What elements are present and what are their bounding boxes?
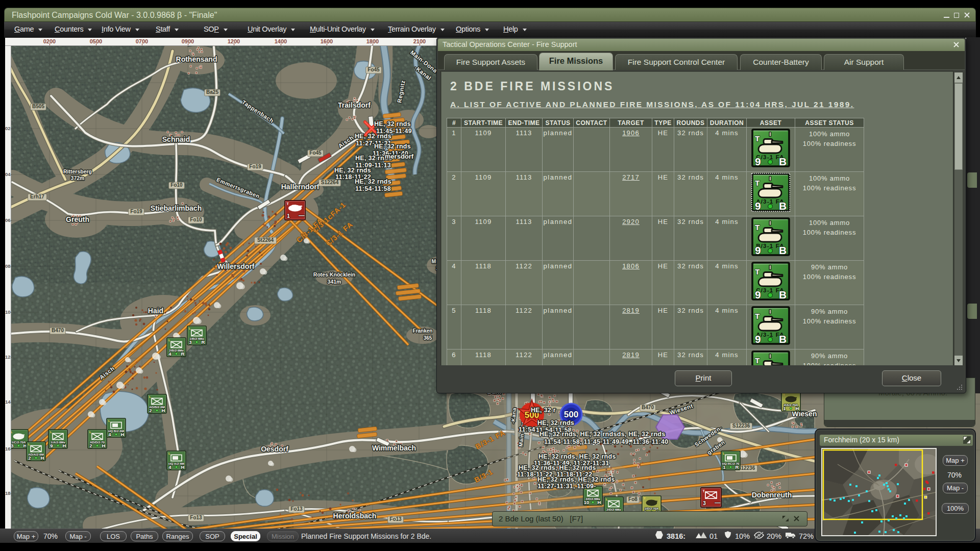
svg-text:365: 365 <box>424 335 432 341</box>
svg-text:HE, 32 rnds, HE, 32 rnds: HE, 32 rnds, HE, 32 rnds <box>519 464 596 471</box>
svg-text:4: 4 <box>168 351 172 357</box>
svg-text:R: R <box>181 351 185 357</box>
svg-text:S12236: S12236 <box>732 423 750 429</box>
svg-text:L: L <box>723 452 725 455</box>
svg-text:Dobenreuth: Dobenreuth <box>752 491 792 499</box>
svg-text:Rotes Knöcklein: Rotes Knöcklein <box>313 271 355 278</box>
svg-text:Trailsdorf: Trailsdorf <box>338 101 371 109</box>
svg-text:Willersdorf: Willersdorf <box>217 262 255 270</box>
svg-text:Fo19: Fo19 <box>249 164 261 169</box>
svg-text:H: H <box>796 406 799 411</box>
svg-text:9: 9 <box>50 443 53 448</box>
svg-text:HE, 32 rnds: HE, 32 rnds <box>374 143 411 150</box>
svg-text:372m: 372m <box>71 175 85 181</box>
svg-text:Ba25: Ba25 <box>206 89 218 95</box>
svg-text:Heroldsbach: Heroldsbach <box>333 512 377 520</box>
svg-text:L: L <box>50 431 52 434</box>
svg-text:H: H <box>162 408 165 413</box>
svg-text:HE, 32 rnds: HE, 32 rnds <box>355 133 391 140</box>
svg-text:T: T <box>755 179 761 187</box>
svg-text:Fo13: Fo13 <box>190 515 202 520</box>
svg-text:—: — <box>715 499 721 506</box>
svg-text:Wimmelbach: Wimmelbach <box>372 444 416 452</box>
svg-text:2: 2 <box>28 455 31 461</box>
svg-text:9: 9 <box>755 289 762 300</box>
svg-text:HE, 32 rnds: HE, 32 rnds <box>537 419 574 427</box>
svg-text:2: 2 <box>149 408 152 413</box>
svg-text:4: 4 <box>108 432 111 437</box>
svg-text:Fo8: Fo8 <box>628 496 638 502</box>
svg-text:—: — <box>299 212 305 219</box>
svg-text:Rothensand: Rothensand <box>176 55 217 63</box>
svg-text:L: L <box>149 395 151 398</box>
svg-text:R: R <box>736 464 739 470</box>
svg-text:Erh17: Erh17 <box>30 194 44 199</box>
svg-text:T: T <box>755 223 761 232</box>
svg-text:Haid: Haid <box>148 307 163 315</box>
svg-text:11:54-11:58: 11:54-11:58 <box>355 185 391 192</box>
svg-text:3: 3 <box>189 339 191 345</box>
svg-text:Fo13: Fo13 <box>389 516 402 522</box>
svg-text:H: H <box>41 455 44 461</box>
svg-text:L: L <box>89 431 91 434</box>
svg-text:Fo45: Fo45 <box>309 150 322 156</box>
svg-text:T: T <box>755 267 761 276</box>
svg-text:H: H <box>121 432 125 437</box>
svg-text:2: 2 <box>89 443 92 448</box>
svg-text:HE, 32 rnds, HE, 32 rnds: HE, 32 rnds, HE, 32 rnds <box>538 453 616 460</box>
svg-text:L: L <box>168 339 170 342</box>
svg-text:Franken: Franken <box>413 328 433 334</box>
svg-text:HE, 32 rnds: HE, 32 rnds <box>374 120 411 128</box>
svg-text:B: B <box>779 244 787 256</box>
svg-text:9: 9 <box>755 333 762 345</box>
svg-text:T: T <box>755 134 761 143</box>
svg-text:Stiebarlimbach: Stiebarlimbach <box>151 204 202 212</box>
svg-text:Fo10: Fo10 <box>190 217 202 222</box>
svg-text:HE, 32 rnds, HE, 32 rndsds, HE: HE, 32 rnds, HE, 32 rndsds, HE, 32 rnds <box>540 431 666 438</box>
svg-text:Rittersberg: Rittersberg <box>63 168 92 174</box>
svg-text:B: B <box>779 333 787 345</box>
svg-text:HE, 32 r: HE, 32 r <box>531 407 556 414</box>
svg-text:9: 9 <box>755 244 762 256</box>
svg-text:L: L <box>168 452 170 455</box>
svg-text:1: 1 <box>783 406 786 411</box>
svg-text:B505: B505 <box>32 104 44 109</box>
svg-text:10: 10 <box>584 499 590 505</box>
svg-text:R: R <box>202 339 205 345</box>
svg-text:H: H <box>181 464 185 470</box>
svg-text:Oesdorf: Oesdorf <box>261 445 288 453</box>
svg-text:H: H <box>102 443 106 448</box>
svg-text:B470: B470 <box>642 405 654 410</box>
svg-text:L: L <box>108 419 110 422</box>
svg-text:H: H <box>63 443 66 448</box>
svg-text:11:54-11:58, 11:45-11:49 49, 1: 11:54-11:58, 11:45-11:49 49, 11:36-11:40 <box>544 438 668 445</box>
svg-text:HE, 32 rnds: HE, 32 rnds <box>334 167 371 174</box>
svg-text:T: T <box>755 312 761 320</box>
svg-text:H: H <box>598 499 601 505</box>
svg-text:3: 3 <box>703 500 706 506</box>
svg-text:B470: B470 <box>52 328 64 333</box>
svg-text:1: 1 <box>287 213 290 219</box>
svg-text:Greuth: Greuth <box>66 215 89 223</box>
svg-text:500: 500 <box>564 410 578 419</box>
svg-text:B: B <box>779 156 787 167</box>
svg-text:B: B <box>779 200 787 212</box>
svg-text:T: T <box>287 202 289 206</box>
svg-text:11:54: 11:54 <box>519 426 535 433</box>
svg-text:L: L <box>606 498 608 501</box>
svg-text:mersdorf: mersdorf <box>385 153 414 160</box>
svg-text:HE, 32 rnds: HE, 32 rnds <box>355 178 391 185</box>
svg-text:9: 9 <box>755 156 762 167</box>
svg-text:St2264: St2264 <box>257 237 274 243</box>
svg-text:HE, 32 rnds, HE, 32 rnds: HE, 32 rnds, HE, 32 rnds <box>537 476 615 483</box>
svg-text:Fo10: Fo10 <box>170 182 183 188</box>
svg-text:Fo13: Fo13 <box>290 506 303 512</box>
svg-text:L: L <box>28 443 30 446</box>
svg-text:Fo19: Fo19 <box>130 209 142 214</box>
svg-text:T: T <box>783 393 785 396</box>
svg-text:T: T <box>644 497 646 500</box>
svg-text:Hallerndorf: Hallerndorf <box>281 183 320 191</box>
svg-text:341m: 341m <box>328 279 341 285</box>
svg-text:B: B <box>779 289 787 300</box>
svg-text:Fo45: Fo45 <box>368 67 380 72</box>
